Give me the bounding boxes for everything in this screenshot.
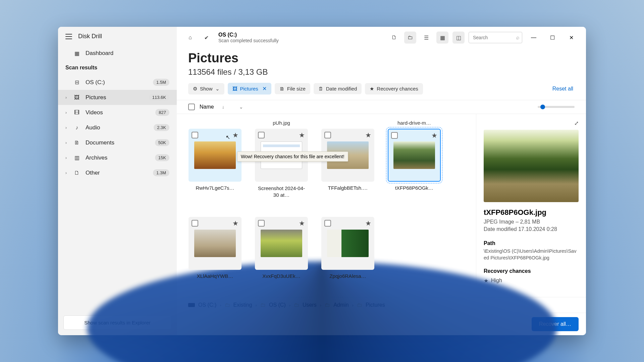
thumbnail-card[interactable]: ★ XLlAaHqYWB… [188,208,242,279]
chevron-right-icon: › [65,140,67,145]
preview-filename: tXFP68P6OGk.jpg [484,208,579,217]
filter-row: ⚙ Show ⌄ 🖼 Pictures ✕ 🗎 File size 🗓 Date… [177,83,586,100]
filesize-filter-button[interactable]: 🗎 File size [275,83,310,94]
page-header: Pictures 113564 files / 3,13 GB [177,48,586,83]
file-icon: 🗋 [73,170,80,176]
archive-icon: ▥ [73,155,80,161]
sidebar-item-other[interactable]: › 🗋 Other 1.3M [58,165,177,180]
page-title: Pictures [188,51,575,65]
sidebar-header: Disk Drill [58,27,177,46]
thumbnail-card[interactable]: ★ RwHv7LgeC7s… [188,120,242,198]
star-icon[interactable]: ★ [299,219,305,227]
count-badge: 827 [155,109,169,116]
document-icon: 🗎 [279,86,284,92]
page-subtitle: 113564 files / 3,13 GB [188,67,575,77]
list-header: Name ↓ ⌄ [177,100,586,114]
popout-icon[interactable]: ⤢ [574,120,579,126]
sidebar-item-label: Audio [86,124,100,131]
count-badge: 1.3M [153,169,169,176]
select-checkbox[interactable] [324,220,331,227]
remove-filter-icon[interactable]: ✕ [262,85,267,92]
star-icon[interactable]: ★ [232,131,238,139]
star-icon[interactable]: ★ [365,219,371,227]
column-menu-icon[interactable]: ⌄ [239,104,243,110]
cursor-icon: ↖ [226,134,230,140]
sidebar-item-dashboard[interactable]: ▦ Dashboard [58,46,177,61]
count-badge: 2.3K [154,124,169,131]
sidebar-item-pictures[interactable]: › 🖼 Pictures 113.6K [58,90,177,105]
app-title: Disk Drill [78,33,102,40]
thumbnail-card[interactable]: ★ Zpqjo6RAlesa… [321,208,375,279]
count-badge: 15K [155,154,169,161]
thumbnail-image [194,141,236,169]
datemod-filter-button[interactable]: 🗓 Date modified [314,83,362,94]
close-button[interactable]: ✕ [564,32,579,43]
chevron-right-icon: › [65,156,67,160]
thumbnail-box[interactable]: ★ [321,217,374,270]
film-icon: 🎞 [73,110,80,116]
thumbnail-image [261,230,302,257]
new-file-icon[interactable]: 🗋 [388,32,400,44]
thumbnail-label: Zpqjo6RAlesa… [329,273,366,279]
thumbnail-card[interactable]: hard-drive-m… ★ tXFP68P6OGk… [387,120,441,198]
home-icon[interactable]: ⌂ [184,32,196,44]
recovery-filter-button[interactable]: ★ Recovery chances [365,83,423,95]
scan-title: OS (C:) [218,32,279,38]
scan-title-block: OS (C:) Scan completed successfully [218,32,279,43]
thumbnail-grid-wrap: Wow! Recovery chances for this file are … [177,114,476,297]
thumbnail-label: XLlAaHqYWB… [197,273,233,279]
main-panel: ⌂ ✔ OS (C:) Scan completed successfully … [177,27,586,335]
search-input[interactable] [469,32,522,43]
select-all-checkbox[interactable] [188,104,195,110]
toolbar: ⌂ ✔ OS (C:) Scan completed successfully … [177,27,586,48]
drive-icon: ⊟ [73,79,80,85]
hamburger-icon[interactable] [65,34,72,39]
reset-all-link[interactable]: Reset all [552,86,575,92]
thumbnail-label: Screenshot 2024-04-30 at… [256,185,307,198]
thumbnail-box[interactable]: ★ [388,129,441,182]
select-checkbox[interactable] [192,220,198,227]
sidebar-item-label: Pictures [86,94,106,101]
name-column-header[interactable]: Name [200,104,214,110]
select-checkbox[interactable] [258,132,265,138]
count-badge: 113.6K [149,94,169,101]
list-view-icon[interactable]: ☰ [420,32,432,44]
thumbnail-zoom-slider[interactable] [538,106,575,108]
sidebar-item-osc[interactable]: ⊟ OS (C:) 1.5M [58,75,177,90]
sidebar-item-label: Dashboard [86,50,113,57]
thumbnail-box[interactable]: ★ [189,129,241,182]
select-checkbox[interactable] [258,220,265,227]
sidebar-item-videos[interactable]: › 🎞 Videos 827 [58,105,177,120]
maximize-button[interactable]: ☐ [545,32,560,43]
star-icon: ★ [370,86,374,92]
checkmark-icon: ✔ [200,32,212,44]
chevron-right-icon: › [65,95,67,100]
preview-datemod: Date modified 17.10.2024 0:28 [484,226,579,232]
sidebar-item-archives[interactable]: › ▥ Archives 15K [58,150,177,165]
grid-view-icon[interactable]: ▦ [436,32,448,44]
sidebar-item-documents[interactable]: › 🗎 Documents 50K [58,135,177,150]
show-filter-button[interactable]: ⚙ Show ⌄ [188,83,224,95]
star-icon[interactable]: ★ [365,131,371,139]
thumbnail-box[interactable]: ★ [189,217,241,270]
select-checkbox[interactable] [391,132,398,139]
chevron-right-icon: › [65,110,67,115]
pictures-filter-chip[interactable]: 🖼 Pictures ✕ [228,83,271,95]
sidebar-item-audio[interactable]: › ♪ Audio 2.3K [58,120,177,135]
star-icon[interactable]: ★ [299,131,305,139]
thumbnail-box[interactable]: ★ [255,217,308,270]
thumbnail-card[interactable]: ★ XvxFqD3uUEk… [255,208,308,279]
chevron-right-icon: › [65,125,67,130]
search-icon: ⌕ [516,35,520,41]
folder-icon[interactable]: 🗀 [404,32,416,44]
select-checkbox[interactable] [324,132,331,138]
preview-path-label: Path [484,240,579,246]
star-icon[interactable]: ★ [232,219,238,227]
thumbnail-grid: ★ RwHv7LgeC7s… pUh.jpg ★ Screenshot 2024… [188,120,468,279]
thumbnail-image [393,141,435,169]
star-icon[interactable]: ★ [431,131,437,139]
panel-toggle-icon[interactable]: ◫ [452,32,465,44]
select-checkbox[interactable] [192,132,198,138]
sort-arrow-icon[interactable]: ↓ [222,104,224,110]
minimize-button[interactable]: — [526,32,541,43]
